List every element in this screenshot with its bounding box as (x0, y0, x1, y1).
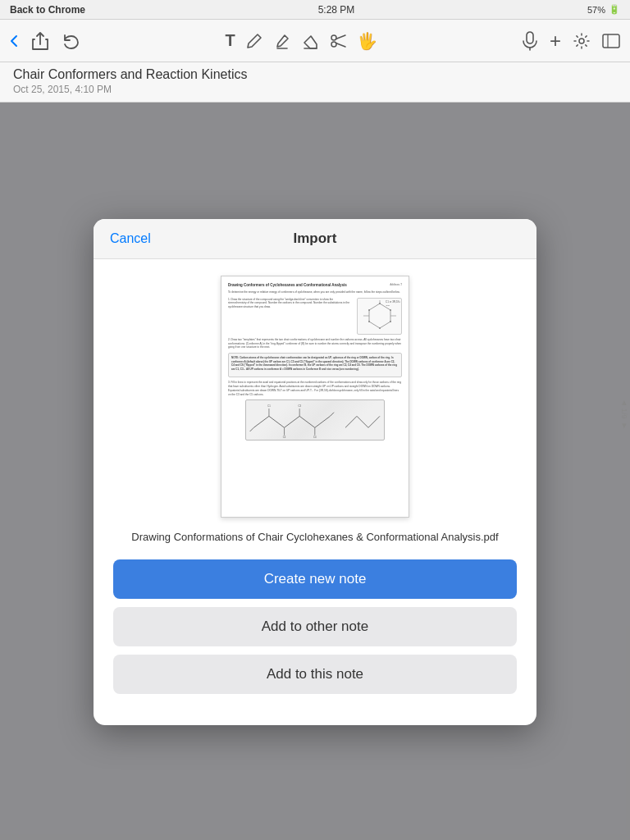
svg-rect-3 (603, 34, 619, 48)
scroll-up-icon[interactable]: ▲ (620, 398, 628, 407)
toolbar-center-group: T 🖐 (225, 31, 377, 51)
status-time: 5:28 PM (318, 4, 355, 16)
scrollbar[interactable]: ▲ 1/9 ▼ (620, 398, 628, 430)
modal-header: Cancel Import (94, 219, 536, 259)
toolbar: T 🖐 (0, 20, 630, 62)
svg-text:C1: C1 (267, 405, 271, 409)
hand-tool-button[interactable]: 🖐 (357, 31, 377, 51)
pen-tool-button[interactable] (245, 32, 263, 50)
document-title: Chair Conformers and Reaction Kinetics (13, 67, 617, 82)
content-area: Cancel Import Drawing Conformers of Cycl… (0, 103, 630, 840)
scissors-tool-button[interactable] (329, 32, 347, 50)
svg-text:C2: C2 (283, 436, 286, 440)
toolbar-right-group: + (522, 30, 620, 52)
add-to-other-note-button[interactable]: Add to other note (113, 607, 517, 646)
svg-text:C3: C3 (299, 405, 302, 409)
toolbar-left-group (10, 31, 80, 51)
settings-button[interactable] (573, 32, 591, 50)
add-to-this-note-button[interactable]: Add to this note (113, 655, 517, 694)
add-button[interactable]: + (550, 30, 561, 52)
svg-point-11 (379, 327, 381, 329)
back-to-chrome[interactable]: Back to Chrome (10, 4, 85, 16)
svg-rect-2 (527, 32, 533, 43)
back-button[interactable] (10, 34, 18, 48)
cancel-button[interactable]: Cancel (110, 231, 151, 246)
document-date: Oct 25, 2015, 4:10 PM (13, 84, 617, 95)
svg-text:-ane: -ane (386, 304, 390, 307)
svg-line-16 (250, 428, 254, 432)
status-bar: Back to Chrome 5:28 PM 57% 🔋 (0, 0, 630, 20)
svg-point-10 (390, 321, 391, 322)
svg-point-12 (368, 321, 370, 322)
scroll-down-icon[interactable]: ▼ (620, 421, 628, 430)
view-toggle-button[interactable] (602, 34, 620, 48)
modal-title: Import (293, 231, 336, 247)
svg-line-21 (331, 413, 335, 417)
svg-text:C4: C4 (313, 436, 317, 440)
battery-icon: 🔋 (609, 4, 620, 15)
svg-text:C1 or 3R,5S-dichlorobrom: C1 or 3R,5S-dichlorobrom (386, 300, 400, 304)
svg-point-8 (379, 303, 381, 304)
highlighter-tool-button[interactable] (273, 32, 291, 50)
undo-button[interactable] (62, 33, 80, 49)
microphone-button[interactable] (522, 31, 538, 51)
eraser-tool-button[interactable] (301, 32, 319, 50)
import-modal: Cancel Import Drawing Conformers of Cycl… (94, 219, 536, 725)
svg-point-9 (390, 309, 391, 311)
modal-body: Drawing Conformers of Cyclohexanes and C… (94, 259, 536, 725)
battery-indicator: 57% 🔋 (587, 4, 620, 15)
svg-marker-4 (369, 304, 390, 328)
page-indicator: 1/9 (620, 409, 628, 419)
svg-point-13 (368, 309, 370, 311)
create-new-note-button[interactable]: Create new note (113, 559, 517, 599)
text-tool-button[interactable]: T (225, 31, 235, 50)
share-button[interactable] (31, 31, 49, 51)
pdf-content: Drawing Conformers of Cyclohexanes and C… (221, 276, 409, 517)
modal-overlay: Cancel Import Drawing Conformers of Cycl… (0, 103, 630, 840)
pdf-thumbnail: Drawing Conformers of Cyclohexanes and C… (221, 276, 409, 518)
pdf-filename: Drawing Conformations of Chair Cyclohexa… (131, 531, 498, 543)
document-info: Chair Conformers and Reaction Kinetics O… (0, 62, 630, 103)
